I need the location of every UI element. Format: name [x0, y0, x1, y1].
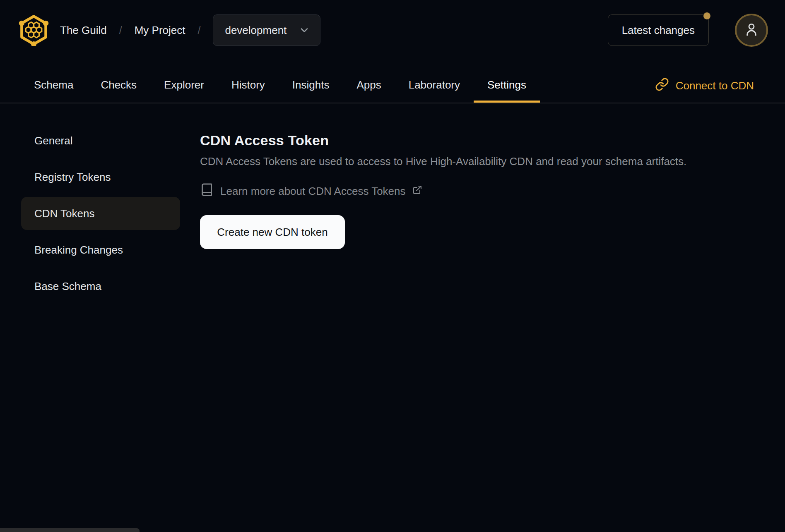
- target-selector-value: development: [225, 24, 287, 37]
- top-header: The Guild / My Project / development Lat…: [0, 0, 785, 60]
- latest-changes-label: Latest changes: [622, 24, 695, 36]
- learn-more-label: Learn more about CDN Access Tokens: [220, 185, 406, 198]
- learn-more-link[interactable]: Learn more about CDN Access Tokens: [200, 183, 760, 199]
- tab-settings[interactable]: Settings: [474, 69, 540, 103]
- bottom-scrollbar-thumb[interactable]: [0, 528, 140, 532]
- breadcrumb-project[interactable]: My Project: [135, 24, 185, 37]
- external-link-icon: [412, 185, 422, 198]
- hive-app: The Guild / My Project / development Lat…: [0, 0, 785, 532]
- notification-dot-icon: [703, 12, 710, 19]
- project-tabs-bar: Schema Checks Explorer History Insights …: [0, 60, 785, 103]
- sidebar-item-cdn-tokens[interactable]: CDN Tokens: [21, 197, 180, 230]
- settings-sidebar: General Registry Tokens CDN Tokens Break…: [21, 103, 180, 306]
- book-icon: [200, 183, 214, 199]
- breadcrumb: The Guild / My Project /: [60, 24, 200, 37]
- latest-changes-button[interactable]: Latest changes: [608, 14, 709, 46]
- breadcrumb-separator: /: [119, 24, 122, 36]
- tab-apps[interactable]: Apps: [343, 69, 395, 103]
- user-icon: [743, 21, 760, 39]
- settings-content: General Registry Tokens CDN Tokens Break…: [0, 103, 785, 306]
- breadcrumb-org[interactable]: The Guild: [60, 24, 107, 37]
- tab-list: Schema Checks Explorer History Insights …: [20, 69, 540, 103]
- tab-schema[interactable]: Schema: [20, 69, 87, 103]
- breadcrumb-separator: /: [198, 24, 201, 36]
- connect-to-cdn-label: Connect to CDN: [676, 79, 754, 92]
- hive-logo-icon[interactable]: [19, 14, 49, 46]
- tab-checks[interactable]: Checks: [87, 69, 150, 103]
- user-avatar[interactable]: [735, 14, 768, 47]
- sidebar-item-breaking-changes[interactable]: Breaking Changes: [21, 233, 180, 266]
- tab-laboratory[interactable]: Laboratory: [395, 69, 474, 103]
- connect-to-cdn-link[interactable]: Connect to CDN: [655, 69, 754, 103]
- chain-link-icon: [655, 77, 669, 94]
- page-description: CDN Access Tokens are used to access to …: [200, 155, 760, 168]
- tab-history[interactable]: History: [218, 69, 279, 103]
- sidebar-item-registry-tokens[interactable]: Registry Tokens: [21, 161, 180, 194]
- sidebar-item-base-schema[interactable]: Base Schema: [21, 270, 180, 303]
- page-title: CDN Access Token: [200, 132, 760, 149]
- tab-explorer[interactable]: Explorer: [150, 69, 218, 103]
- target-selector-dropdown[interactable]: development: [213, 14, 320, 46]
- create-cdn-token-button[interactable]: Create new CDN token: [200, 215, 345, 249]
- sidebar-item-general[interactable]: General: [21, 124, 180, 157]
- chevron-down-icon: [299, 24, 310, 36]
- cdn-token-panel: CDN Access Token CDN Access Tokens are u…: [180, 103, 785, 249]
- tab-insights[interactable]: Insights: [279, 69, 343, 103]
